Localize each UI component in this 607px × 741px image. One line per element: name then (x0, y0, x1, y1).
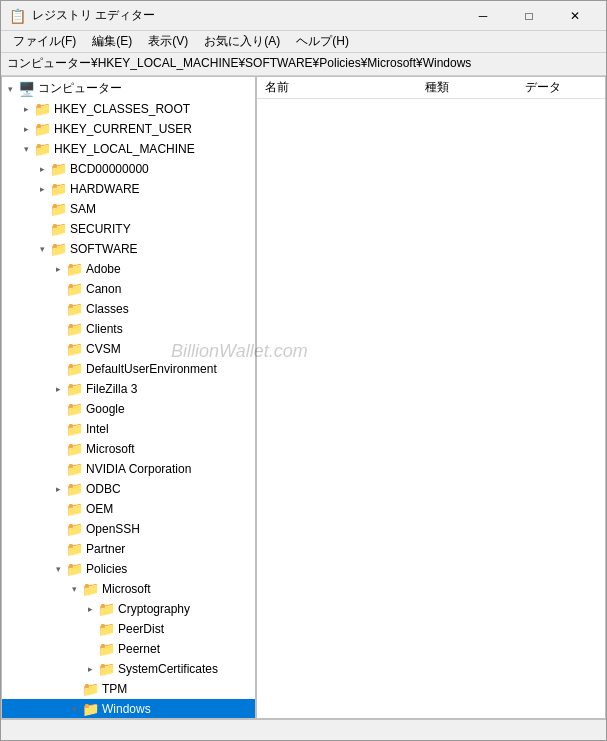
expand-icon[interactable]: ▸ (82, 659, 98, 679)
folder-icon: 📁 (66, 461, 83, 477)
expand-icon[interactable]: ▸ (50, 379, 66, 399)
tree-item-systemcertificates[interactable]: ▸📁SystemCertificates (2, 659, 255, 679)
expand-icon[interactable]: ▸ (18, 119, 34, 139)
menu-help[interactable]: ヘルプ(H) (288, 31, 357, 53)
folder-icon: 📁 (66, 301, 83, 317)
status-bar (1, 719, 606, 740)
item-label: SAM (70, 202, 96, 216)
folder-icon: 📁 (82, 581, 99, 597)
tree-item-adobe[interactable]: ▸📁Adobe (2, 259, 255, 279)
item-label: Cryptography (118, 602, 190, 616)
expand-icon[interactable]: ▾ (50, 559, 66, 579)
app-icon: 📋 (9, 8, 26, 24)
tree-item-hardware[interactable]: ▸📁HARDWARE (2, 179, 255, 199)
folder-icon: 📁 (66, 381, 83, 397)
tree-item-pol_microsoft[interactable]: ▾📁Microsoft (2, 579, 255, 599)
tree-item-filezilla3[interactable]: ▸📁FileZilla 3 (2, 379, 255, 399)
tree-item-bcd00000000[interactable]: ▸📁BCD00000000 (2, 159, 255, 179)
tree-item-cryptography[interactable]: ▸📁Cryptography (2, 599, 255, 619)
tree-item-peernet[interactable]: 📁Peernet (2, 639, 255, 659)
maximize-button[interactable]: □ (506, 1, 552, 31)
app-window: 📋 レジストリ エディター ─ □ ✕ ファイル(F) 編集(E) 表示(V) … (0, 0, 607, 741)
folder-icon: 📁 (50, 181, 67, 197)
title-bar: 📋 レジストリ エディター ─ □ ✕ (1, 1, 606, 31)
tree-item-hkey_classes_root[interactable]: ▸📁HKEY_CLASSES_ROOT (2, 99, 255, 119)
tree-item-oem[interactable]: 📁OEM (2, 499, 255, 519)
item-label: PeerDist (118, 622, 164, 636)
folder-icon: 📁 (66, 441, 83, 457)
minimize-button[interactable]: ─ (460, 1, 506, 31)
expand-icon[interactable]: ▾ (66, 579, 82, 599)
menu-favorites[interactable]: お気に入り(A) (196, 31, 288, 53)
tree-item-clients[interactable]: 📁Clients (2, 319, 255, 339)
tree-item-nvidia[interactable]: 📁NVIDIA Corporation (2, 459, 255, 479)
folder-icon: 📁 (66, 421, 83, 437)
item-label: Microsoft (102, 582, 151, 596)
folder-icon: 📁 (34, 101, 51, 117)
folder-icon: 📁 (98, 641, 115, 657)
tree-item-hkey_current_user[interactable]: ▸📁HKEY_CURRENT_USER (2, 119, 255, 139)
close-button[interactable]: ✕ (552, 1, 598, 31)
expand-icon[interactable]: ▸ (34, 179, 50, 199)
tree-item-hkey_local_machine[interactable]: ▾📁HKEY_LOCAL_MACHINE (2, 139, 255, 159)
item-label: FileZilla 3 (86, 382, 137, 396)
menu-view[interactable]: 表示(V) (140, 31, 196, 53)
tree-item-tpm[interactable]: 📁TPM (2, 679, 255, 699)
item-label: NVIDIA Corporation (86, 462, 191, 476)
tree-item-microsoft[interactable]: 📁Microsoft (2, 439, 255, 459)
item-label: SystemCertificates (118, 662, 218, 676)
tree-panel[interactable]: ▾🖥️コンピューター▸📁HKEY_CLASSES_ROOT▸📁HKEY_CURR… (2, 77, 257, 718)
tree-item-odbc[interactable]: ▸📁ODBC (2, 479, 255, 499)
folder-icon: 📁 (66, 361, 83, 377)
expand-icon[interactable]: ▾ (34, 239, 50, 259)
expand-icon[interactable]: ▸ (50, 259, 66, 279)
folder-icon: 📁 (34, 121, 51, 137)
tree-item-google[interactable]: 📁Google (2, 399, 255, 419)
item-label: Microsoft (86, 442, 135, 456)
item-label: Canon (86, 282, 121, 296)
tree-item-cvsm[interactable]: 📁CVSM (2, 339, 255, 359)
tree-item-security[interactable]: 📁SECURITY (2, 219, 255, 239)
item-label: HKEY_CLASSES_ROOT (54, 102, 190, 116)
item-label: Partner (86, 542, 125, 556)
tree-item-windows[interactable]: ▾📁Windows (2, 699, 255, 718)
item-label: TPM (102, 682, 127, 696)
tree-item-partner[interactable]: 📁Partner (2, 539, 255, 559)
expand-icon[interactable]: ▸ (50, 479, 66, 499)
item-label: Classes (86, 302, 129, 316)
tree-item-defaultuserenvironment[interactable]: 📁DefaultUserEnvironment (2, 359, 255, 379)
title-bar-text: レジストリ エディター (32, 7, 155, 24)
folder-icon: 📁 (66, 321, 83, 337)
folder-icon: 📁 (66, 521, 83, 537)
menu-file[interactable]: ファイル(F) (5, 31, 84, 53)
folder-icon: 📁 (50, 161, 67, 177)
tree-item-peerdist[interactable]: 📁PeerDist (2, 619, 255, 639)
expand-icon[interactable]: ▸ (82, 599, 98, 619)
folder-icon: 📁 (50, 201, 67, 217)
expand-icon[interactable]: ▾ (2, 79, 18, 99)
right-panel: 名前 種類 データ (257, 77, 605, 718)
expand-icon[interactable]: ▾ (18, 139, 34, 159)
expand-icon[interactable]: ▸ (18, 99, 34, 119)
tree-item-classes[interactable]: 📁Classes (2, 299, 255, 319)
tree-item-openssh[interactable]: 📁OpenSSH (2, 519, 255, 539)
tree-item-computer[interactable]: ▾🖥️コンピューター (2, 79, 255, 99)
main-content: ▾🖥️コンピューター▸📁HKEY_CLASSES_ROOT▸📁HKEY_CURR… (1, 76, 606, 719)
item-label: Peernet (118, 642, 160, 656)
tree-item-canon[interactable]: 📁Canon (2, 279, 255, 299)
col-header-type: 種類 (425, 79, 525, 96)
tree-item-sam[interactable]: 📁SAM (2, 199, 255, 219)
item-label: HKEY_LOCAL_MACHINE (54, 142, 195, 156)
menu-edit[interactable]: 編集(E) (84, 31, 140, 53)
expand-icon[interactable]: ▸ (34, 159, 50, 179)
folder-icon: 📁 (66, 541, 83, 557)
tree-item-policies[interactable]: ▾📁Policies (2, 559, 255, 579)
item-label: BCD00000000 (70, 162, 149, 176)
item-label: OEM (86, 502, 113, 516)
address-path: コンピューター¥HKEY_LOCAL_MACHINE¥SOFTWARE¥Poli… (7, 55, 471, 72)
folder-icon: 📁 (50, 221, 67, 237)
expand-icon[interactable]: ▾ (66, 699, 82, 718)
tree-item-intel[interactable]: 📁Intel (2, 419, 255, 439)
item-label: SOFTWARE (70, 242, 138, 256)
tree-item-software[interactable]: ▾📁SOFTWARE (2, 239, 255, 259)
